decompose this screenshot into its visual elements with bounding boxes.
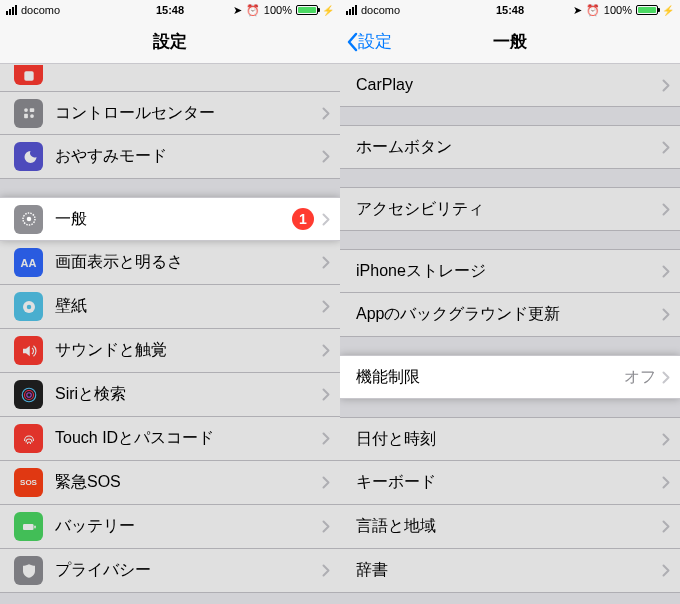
settings-row-siri[interactable]: Siriと検索 [0, 373, 340, 417]
nav-bar: 設定 [0, 20, 340, 64]
row-label: Siriと検索 [55, 384, 322, 405]
settings-row-sos[interactable]: SOS緊急SOS [0, 461, 340, 505]
chevron-right-icon [662, 79, 670, 92]
svg-point-8 [26, 304, 31, 309]
settings-root-screen: docomo 15:48 ➤ ⏰ 100% ⚡ 設定 [0, 0, 340, 604]
settings-row-battery[interactable]: バッテリー [0, 505, 340, 549]
general-row-restrictions[interactable]: 機能制限オフ [340, 355, 680, 399]
settings-row-wallpaper[interactable]: 壁紙 [0, 285, 340, 329]
chevron-right-icon [322, 564, 330, 577]
general-row-language[interactable]: 言語と地域 [340, 505, 680, 549]
chevron-right-icon [322, 432, 330, 445]
svg-rect-3 [24, 114, 28, 119]
svg-rect-0 [24, 71, 33, 80]
settings-row-general[interactable]: 一般1 [0, 197, 340, 241]
svg-rect-12 [23, 524, 34, 530]
chevron-right-icon [662, 265, 670, 278]
general-icon [14, 205, 43, 234]
row-label: プライバシー [55, 560, 322, 581]
row-label: 言語と地域 [356, 516, 662, 537]
general-row-carplay[interactable]: CarPlay [340, 64, 680, 107]
settings-row-display[interactable]: AA画面表示と明るさ [0, 241, 340, 285]
signal-icon [6, 5, 17, 15]
control-center-icon [14, 99, 43, 128]
chevron-right-icon [322, 300, 330, 313]
display-icon: AA [14, 248, 43, 277]
sos-icon: SOS [14, 468, 43, 497]
alarm-icon: ⏰ [586, 4, 600, 17]
svg-point-6 [26, 217, 31, 222]
svg-point-11 [26, 392, 31, 397]
general-row-dictionary[interactable]: 辞書 [340, 549, 680, 593]
battery-icon [296, 5, 318, 15]
chevron-right-icon [662, 476, 670, 489]
settings-row-sounds[interactable]: サウンドと触覚 [0, 329, 340, 373]
row-label: 緊急SOS [55, 472, 322, 493]
wallpaper-icon [14, 292, 43, 321]
battery-percent: 100% [264, 4, 292, 16]
row-label: コントロールセンター [55, 103, 322, 124]
row-label: 画面表示と明るさ [55, 252, 322, 273]
row-label: Appのバックグラウンド更新 [356, 304, 662, 325]
settings-general-screen: docomo 15:48 ➤ ⏰ 100% ⚡ 設定 一般 CarPlayホーム… [340, 0, 680, 604]
row-label: アクセシビリティ [356, 199, 662, 220]
page-title: 設定 [153, 30, 187, 53]
row-label: 機能制限 [356, 367, 624, 388]
location-icon: ➤ [573, 4, 582, 17]
signal-icon [346, 5, 357, 15]
row-label: iPhoneストレージ [356, 261, 662, 282]
chevron-right-icon [662, 203, 670, 216]
row-label: 辞書 [356, 560, 662, 581]
svg-point-1 [24, 108, 28, 112]
location-icon: ➤ [233, 4, 242, 17]
row-label: ホームボタン [356, 137, 662, 158]
row-label: Touch IDとパスコード [55, 428, 322, 449]
chevron-right-icon [662, 433, 670, 446]
carrier-label: docomo [361, 4, 400, 16]
charging-icon: ⚡ [662, 5, 674, 16]
chevron-right-icon [322, 344, 330, 357]
sounds-icon [14, 336, 43, 365]
partial-row-top[interactable] [0, 64, 340, 92]
settings-row-do-not-disturb[interactable]: おやすみモード [0, 135, 340, 179]
back-button[interactable]: 設定 [346, 30, 392, 53]
row-label: 日付と時刻 [356, 429, 662, 450]
battery-icon [636, 5, 658, 15]
siri-icon [14, 380, 43, 409]
touchid-icon [14, 424, 43, 453]
privacy-icon [14, 556, 43, 585]
general-row-bg-refresh[interactable]: Appのバックグラウンド更新 [340, 293, 680, 337]
chevron-right-icon [322, 256, 330, 269]
battery-percent: 100% [604, 4, 632, 16]
chevron-right-icon [662, 520, 670, 533]
charging-icon: ⚡ [322, 5, 334, 16]
nav-bar: 設定 一般 [340, 20, 680, 64]
general-row-accessibility[interactable]: アクセシビリティ [340, 187, 680, 231]
chevron-right-icon [322, 520, 330, 533]
back-label: 設定 [358, 30, 392, 53]
general-row-keyboard[interactable]: キーボード [340, 461, 680, 505]
row-value: オフ [624, 367, 656, 388]
general-row-storage[interactable]: iPhoneストレージ [340, 249, 680, 293]
settings-row-privacy[interactable]: プライバシー [0, 549, 340, 593]
row-label: CarPlay [356, 76, 662, 94]
row-label: 壁紙 [55, 296, 322, 317]
chevron-right-icon [322, 388, 330, 401]
settings-row-control-center[interactable]: コントロールセンター [0, 91, 340, 135]
row-label: サウンドと触覚 [55, 340, 322, 361]
chevron-right-icon [662, 308, 670, 321]
chevron-right-icon [322, 107, 330, 120]
status-time: 15:48 [156, 4, 184, 16]
settings-row-touchid[interactable]: Touch IDとパスコード [0, 417, 340, 461]
general-row-home-button[interactable]: ホームボタン [340, 125, 680, 169]
row-label: 一般 [55, 209, 292, 230]
general-row-date-time[interactable]: 日付と時刻 [340, 417, 680, 461]
chevron-right-icon [662, 564, 670, 577]
page-title: 一般 [493, 30, 527, 53]
row-label: バッテリー [55, 516, 322, 537]
notification-badge: 1 [292, 208, 314, 230]
chevron-right-icon [662, 141, 670, 154]
chevron-right-icon [322, 213, 330, 226]
status-bar: docomo 15:48 ➤ ⏰ 100% ⚡ [340, 0, 680, 20]
do-not-disturb-icon [14, 142, 43, 171]
